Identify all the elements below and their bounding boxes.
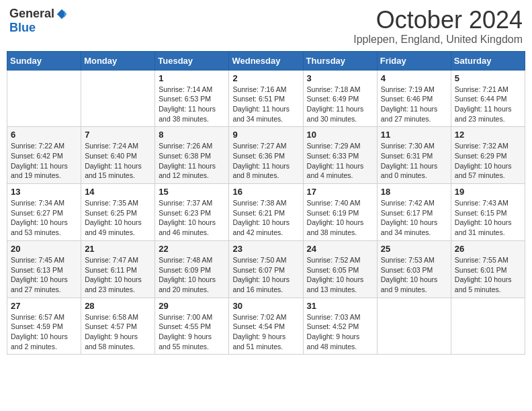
day-info: Sunrise: 7:47 AM Sunset: 6:11 PM Dayligh… — [85, 255, 151, 295]
day-number: 20 — [11, 244, 77, 254]
day-info: Sunrise: 7:29 AM Sunset: 6:33 PM Dayligh… — [307, 141, 373, 181]
svg-marker-1 — [64, 10, 67, 17]
day-number: 13 — [11, 187, 77, 197]
calendar-cell: 3Sunrise: 7:18 AM Sunset: 6:49 PM Daylig… — [303, 70, 377, 127]
day-info: Sunrise: 7:16 AM Sunset: 6:51 PM Dayligh… — [232, 85, 299, 124]
day-number: 4 — [381, 73, 447, 83]
day-number: 2 — [232, 73, 299, 83]
calendar-cell: 28Sunrise: 6:58 AM Sunset: 4:57 PM Dayli… — [81, 298, 155, 355]
day-info: Sunrise: 7:52 AM Sunset: 6:05 PM Dayligh… — [307, 255, 373, 295]
day-number: 14 — [85, 187, 151, 197]
week-row-3: 13Sunrise: 7:34 AM Sunset: 6:27 PM Dayli… — [7, 184, 525, 241]
calendar-cell: 26Sunrise: 7:55 AM Sunset: 6:01 PM Dayli… — [451, 240, 525, 298]
day-info: Sunrise: 7:00 AM Sunset: 4:55 PM Dayligh… — [159, 312, 225, 352]
day-info: Sunrise: 7:42 AM Sunset: 6:17 PM Dayligh… — [381, 198, 447, 238]
week-row-4: 20Sunrise: 7:45 AM Sunset: 6:13 PM Dayli… — [7, 240, 525, 298]
day-number: 3 — [307, 73, 373, 83]
day-info: Sunrise: 7:43 AM Sunset: 6:15 PM Dayligh… — [455, 198, 521, 238]
day-number: 9 — [232, 130, 299, 140]
day-header-tuesday: Tuesday — [155, 51, 229, 70]
day-number: 28 — [85, 301, 151, 311]
logo-blue-text: Blue — [9, 21, 36, 35]
day-number: 10 — [307, 130, 373, 140]
calendar-cell: 2Sunrise: 7:16 AM Sunset: 6:51 PM Daylig… — [229, 70, 303, 127]
calendar-cell — [81, 70, 155, 127]
calendar-cell: 21Sunrise: 7:47 AM Sunset: 6:11 PM Dayli… — [81, 240, 155, 298]
logo: General Blue — [9, 7, 68, 35]
calendar-cell: 12Sunrise: 7:32 AM Sunset: 6:29 PM Dayli… — [451, 127, 525, 184]
calendar-cell: 18Sunrise: 7:42 AM Sunset: 6:17 PM Dayli… — [377, 184, 451, 241]
title-block: October 2024 Ipplepen, England, United K… — [353, 7, 523, 46]
day-number: 15 — [159, 187, 225, 197]
calendar-cell: 9Sunrise: 7:27 AM Sunset: 6:36 PM Daylig… — [229, 127, 303, 184]
day-number: 25 — [381, 244, 447, 254]
day-number: 31 — [307, 301, 373, 311]
day-info: Sunrise: 7:53 AM Sunset: 6:03 PM Dayligh… — [381, 255, 447, 295]
day-number: 29 — [159, 301, 225, 311]
day-info: Sunrise: 7:27 AM Sunset: 6:36 PM Dayligh… — [232, 141, 299, 181]
day-info: Sunrise: 7:55 AM Sunset: 6:01 PM Dayligh… — [455, 255, 521, 295]
day-number: 7 — [85, 130, 151, 140]
week-row-2: 6Sunrise: 7:22 AM Sunset: 6:42 PM Daylig… — [7, 127, 525, 184]
calendar-cell: 22Sunrise: 7:48 AM Sunset: 6:09 PM Dayli… — [155, 240, 229, 298]
calendar-table: SundayMondayTuesdayWednesdayThursdayFrid… — [7, 51, 525, 355]
day-info: Sunrise: 7:50 AM Sunset: 6:07 PM Dayligh… — [232, 255, 299, 295]
day-number: 11 — [381, 130, 447, 140]
day-info: Sunrise: 7:45 AM Sunset: 6:13 PM Dayligh… — [11, 255, 77, 295]
calendar-cell: 27Sunrise: 6:57 AM Sunset: 4:59 PM Dayli… — [7, 298, 81, 355]
day-info: Sunrise: 6:57 AM Sunset: 4:59 PM Dayligh… — [11, 312, 77, 352]
day-number: 16 — [232, 187, 299, 197]
day-info: Sunrise: 7:22 AM Sunset: 6:42 PM Dayligh… — [11, 141, 77, 181]
calendar-cell: 24Sunrise: 7:52 AM Sunset: 6:05 PM Dayli… — [303, 240, 377, 298]
day-info: Sunrise: 7:21 AM Sunset: 6:44 PM Dayligh… — [455, 85, 521, 124]
day-info: Sunrise: 7:35 AM Sunset: 6:25 PM Dayligh… — [85, 198, 151, 238]
calendar-cell: 25Sunrise: 7:53 AM Sunset: 6:03 PM Dayli… — [377, 240, 451, 298]
day-info: Sunrise: 7:26 AM Sunset: 6:38 PM Dayligh… — [159, 141, 225, 181]
day-number: 8 — [159, 130, 225, 140]
calendar-cell — [451, 298, 525, 355]
calendar-cell: 5Sunrise: 7:21 AM Sunset: 6:44 PM Daylig… — [451, 70, 525, 127]
calendar-cell: 1Sunrise: 7:14 AM Sunset: 6:53 PM Daylig… — [155, 70, 229, 127]
calendar-cell: 15Sunrise: 7:37 AM Sunset: 6:23 PM Dayli… — [155, 184, 229, 241]
logo-general-text: General — [9, 7, 54, 21]
day-info: Sunrise: 7:32 AM Sunset: 6:29 PM Dayligh… — [455, 141, 521, 181]
day-number: 23 — [232, 244, 299, 254]
day-number: 19 — [455, 187, 521, 197]
calendar-cell: 29Sunrise: 7:00 AM Sunset: 4:55 PM Dayli… — [155, 298, 229, 355]
calendar-cell — [377, 298, 451, 355]
day-number: 6 — [11, 130, 77, 140]
day-number: 17 — [307, 187, 373, 197]
day-header-saturday: Saturday — [451, 51, 525, 70]
calendar-cell — [7, 70, 81, 127]
calendar-cell: 10Sunrise: 7:29 AM Sunset: 6:33 PM Dayli… — [303, 127, 377, 184]
day-info: Sunrise: 7:30 AM Sunset: 6:31 PM Dayligh… — [381, 141, 447, 181]
calendar-cell: 19Sunrise: 7:43 AM Sunset: 6:15 PM Dayli… — [451, 184, 525, 241]
day-number: 30 — [232, 301, 299, 311]
day-header-sunday: Sunday — [7, 51, 81, 70]
day-info: Sunrise: 7:02 AM Sunset: 4:54 PM Dayligh… — [232, 312, 299, 352]
day-header-thursday: Thursday — [303, 51, 377, 70]
calendar-cell: 8Sunrise: 7:26 AM Sunset: 6:38 PM Daylig… — [155, 127, 229, 184]
day-number: 5 — [455, 73, 521, 83]
day-header-friday: Friday — [377, 51, 451, 70]
calendar-cell: 31Sunrise: 7:03 AM Sunset: 4:52 PM Dayli… — [303, 298, 377, 355]
days-header-row: SundayMondayTuesdayWednesdayThursdayFrid… — [7, 51, 525, 70]
week-row-1: 1Sunrise: 7:14 AM Sunset: 6:53 PM Daylig… — [7, 70, 525, 127]
day-info: Sunrise: 7:40 AM Sunset: 6:19 PM Dayligh… — [307, 198, 373, 238]
calendar-cell: 6Sunrise: 7:22 AM Sunset: 6:42 PM Daylig… — [7, 127, 81, 184]
day-number: 18 — [381, 187, 447, 197]
day-info: Sunrise: 7:03 AM Sunset: 4:52 PM Dayligh… — [307, 312, 373, 352]
day-info: Sunrise: 7:48 AM Sunset: 6:09 PM Dayligh… — [159, 255, 225, 295]
calendar-cell: 4Sunrise: 7:19 AM Sunset: 6:46 PM Daylig… — [377, 70, 451, 127]
calendar-cell: 14Sunrise: 7:35 AM Sunset: 6:25 PM Dayli… — [81, 184, 155, 241]
day-info: Sunrise: 6:58 AM Sunset: 4:57 PM Dayligh… — [85, 312, 151, 352]
day-number: 12 — [455, 130, 521, 140]
calendar-cell: 13Sunrise: 7:34 AM Sunset: 6:27 PM Dayli… — [7, 184, 81, 241]
week-row-5: 27Sunrise: 6:57 AM Sunset: 4:59 PM Dayli… — [7, 298, 525, 355]
day-header-wednesday: Wednesday — [229, 51, 303, 70]
day-number: 27 — [11, 301, 77, 311]
month-title: October 2024 — [353, 7, 523, 34]
page-header: General Blue October 2024 Ipplepen, Engl… — [7, 7, 525, 46]
day-number: 26 — [455, 244, 521, 254]
calendar-cell: 20Sunrise: 7:45 AM Sunset: 6:13 PM Dayli… — [7, 240, 81, 298]
